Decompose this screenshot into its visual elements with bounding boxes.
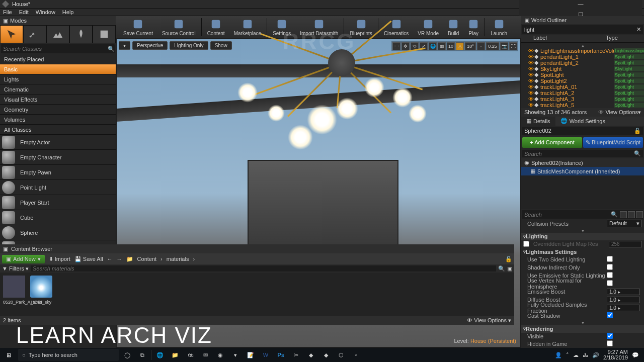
collision-dropdown[interactable]: Default▾ [607, 220, 642, 227]
tb-edge[interactable]: 🌐 [153, 348, 167, 361]
section-lighting[interactable]: ▿ Lighting [521, 233, 644, 240]
tb-app3[interactable]: ▫ [350, 348, 363, 361]
toolbar-content[interactable]: Content [203, 16, 229, 38]
collision-expand[interactable]: ▾ [521, 228, 644, 233]
category-all-classes[interactable]: All Classes [0, 125, 116, 135]
actor-empty-actor[interactable]: Empty Actor [0, 135, 116, 150]
folder-icon[interactable]: 📁 [126, 256, 133, 262]
cb-options-icon[interactable]: ▣ [507, 265, 512, 272]
category-basic[interactable]: Basic [0, 64, 116, 74]
nav-back[interactable]: ← [107, 256, 113, 262]
category-visual-effects[interactable]: Visual Effects [0, 95, 116, 105]
viewport-lit[interactable]: Lighting Only [170, 41, 208, 50]
tray-date[interactable]: 2/18/2019 [603, 355, 628, 360]
visibility-icon[interactable]: 👁 [528, 60, 533, 66]
outliner-collapse[interactable]: ▴ [521, 43, 644, 48]
menu-edit[interactable]: Edit [19, 9, 29, 15]
visible-check[interactable] [607, 333, 613, 339]
lock-icon[interactable]: 🔓 [634, 128, 641, 134]
viewport-maximize[interactable]: ⛶ [509, 42, 517, 50]
toolbar-source-control[interactable]: Source Control [157, 16, 200, 38]
prop-check[interactable] [607, 312, 613, 318]
component-search[interactable]: 🔍 [522, 150, 643, 157]
breadcrumb-materials[interactable]: materials [167, 256, 189, 262]
asset-0520_park_a_small[interactable]: 0520_Park_A_small [3, 276, 25, 313]
category-recently-placed[interactable]: Recently Placed [0, 54, 116, 64]
visibility-icon[interactable]: 👁 [528, 102, 533, 108]
tray-onedrive-icon[interactable]: ☁ [573, 352, 579, 358]
filters-button[interactable]: ▼ Filters ▾ [2, 265, 29, 272]
lighting-expand[interactable]: ▾ [521, 320, 644, 325]
outliner-row[interactable]: 👁◆LightLightmassImportanceVolumeLightmas… [521, 48, 644, 54]
blueprint-button[interactable]: ✎ Blueprint/Add Script [583, 137, 643, 148]
add-component-button[interactable]: + Add Component [522, 137, 582, 148]
class-search[interactable]: 🔍 [1, 44, 115, 53]
tray-notif-icon[interactable]: 💬 [632, 352, 639, 358]
details-search[interactable]: 🔍 [522, 210, 643, 219]
tb-vscode[interactable]: ▾ [229, 348, 242, 361]
actor-name-field[interactable]: Sphere002 🔓 [522, 127, 643, 135]
actor-empty-pawn[interactable]: Empty Pawn [0, 165, 116, 180]
gizmo-move[interactable]: ✥ [401, 42, 410, 50]
prop-check[interactable] [607, 256, 613, 262]
tab-world-settings[interactable]: 🌐World Settings [555, 117, 610, 126]
toolbar-vr-mode[interactable]: VR Mode [413, 16, 443, 38]
prop-check[interactable] [607, 280, 613, 286]
cb-lock-icon[interactable]: 🔓 [505, 256, 512, 262]
actor-empty-character[interactable]: Empty Character [0, 150, 116, 165]
details-matrix-icon[interactable] [620, 211, 627, 218]
prop-numfield[interactable]: 1.0 ▸ [607, 305, 640, 311]
outliner-row[interactable]: 👁◆SpotLightSpotLight [521, 72, 644, 78]
category-volumes[interactable]: Volumes [0, 115, 116, 125]
tray-vol-icon[interactable]: 🔊 [592, 352, 599, 358]
outliner-search[interactable]: ✕ [522, 25, 643, 34]
tab-details[interactable]: ▦Details [521, 117, 555, 126]
details-eye-icon[interactable] [628, 211, 635, 218]
viewport-perspective[interactable]: Perspective [132, 41, 168, 50]
tray-up-icon[interactable]: ˄ [566, 352, 569, 358]
mode-landscape[interactable] [46, 25, 69, 43]
clear-icon[interactable]: ✕ [634, 26, 643, 33]
outliner-viewopts[interactable]: 👁 View Options▾ [598, 109, 641, 116]
outliner-row[interactable]: 👁◆SkyLightSkyLight [521, 66, 644, 72]
prop-numfield[interactable]: 1.0 ▸ [607, 289, 640, 295]
outliner-row[interactable]: 👁◆trackLightA_2SpotLight [521, 90, 644, 96]
snap-grid-val[interactable]: 10 [447, 42, 455, 50]
toolbar-save-current[interactable]: Save Current [119, 16, 157, 38]
visibility-icon[interactable]: 👁 [528, 84, 533, 90]
actor-cube[interactable]: Cube [0, 210, 116, 225]
category-geometry[interactable]: Geometry [0, 105, 116, 115]
component-staticmesh[interactable]: ▦StaticMeshComponent (Inherited) [521, 167, 644, 175]
tb-ue4[interactable]: ⬡ [335, 348, 348, 361]
tb-explorer[interactable]: 📁 [169, 348, 182, 361]
details-filter-icon[interactable] [636, 211, 643, 218]
window-minimize[interactable]: — [577, 0, 584, 7]
mode-paint[interactable] [23, 25, 46, 43]
visibility-icon[interactable]: 👁 [528, 78, 533, 84]
tb-app2[interactable]: ◆ [319, 348, 333, 361]
actor-player-start[interactable]: Player Start [0, 195, 116, 210]
section-lightmass[interactable]: ▿ Lightmass Settings [521, 248, 644, 255]
override-lmr-field[interactable]: 256 [609, 241, 642, 247]
visibility-icon[interactable]: 👁 [528, 54, 533, 60]
snap-angle-val[interactable]: 10° [465, 42, 476, 50]
addnew-button[interactable]: ▣Add New▾ [2, 255, 45, 263]
tb-snip[interactable]: ✂ [289, 348, 302, 361]
actor-point-light[interactable]: Point Light [0, 180, 116, 195]
outliner-row[interactable]: 👁◆trackLightA_5SpotLight [521, 102, 644, 108]
visibility-icon[interactable]: 👁 [528, 66, 533, 72]
mode-place[interactable] [0, 25, 23, 43]
taskbar-search[interactable]: ○Type here to search [18, 349, 119, 361]
outliner-row[interactable]: 👁◆pendantLight_2SpotLight [521, 60, 644, 66]
menu-file[interactable]: File [3, 9, 12, 15]
tb-chrome[interactable]: ◉ [214, 348, 227, 361]
toolbar-launch[interactable]: Launch [486, 16, 512, 38]
tb-word[interactable]: W [259, 348, 272, 361]
nav-fwd[interactable]: → [117, 256, 122, 262]
snap-grid[interactable]: ▦ [438, 42, 446, 50]
snap-scale-val[interactable]: 0.25 [486, 42, 499, 50]
snap-angle[interactable]: △ [456, 42, 464, 50]
viewport-menu[interactable]: ▾ [119, 41, 130, 50]
snap-scale[interactable]: ▫ [477, 42, 485, 50]
hidden-check[interactable] [607, 340, 613, 346]
